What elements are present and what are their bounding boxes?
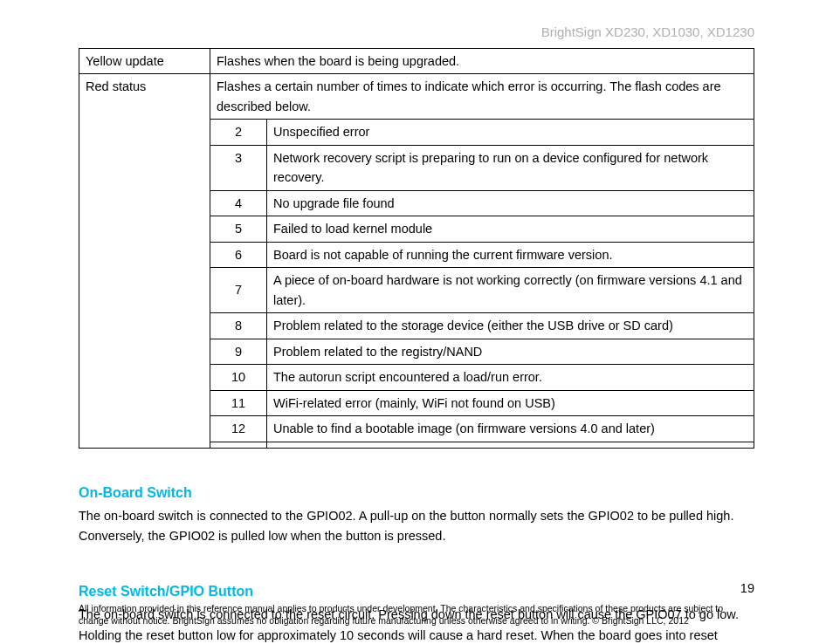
code-num: 6 xyxy=(210,242,267,267)
code-num: 3 xyxy=(210,145,267,190)
code-desc: Problem related to the registry/NAND xyxy=(267,339,754,364)
code-desc: A piece of on-board hardware is not work… xyxy=(267,268,754,313)
code-num: 12 xyxy=(210,416,267,442)
code-desc: Failed to load kernel module xyxy=(267,216,754,242)
code-num: 5 xyxy=(210,216,267,242)
code-num: 10 xyxy=(210,365,267,390)
code-num: 9 xyxy=(210,339,267,364)
section-body: The on-board switch is connected to the … xyxy=(79,506,754,548)
code-desc: The autorun script encountered a load/ru… xyxy=(267,365,754,390)
code-num: 4 xyxy=(210,190,267,216)
code-num: 11 xyxy=(210,390,267,415)
footer-text: All information provided in this referen… xyxy=(79,602,754,627)
code-desc: Unspecified error xyxy=(267,120,754,145)
table-row: Red status Flashes a certain number of t… xyxy=(79,74,754,120)
row-desc: Flashes when the board is being upgraded… xyxy=(210,49,754,74)
code-num: 7 xyxy=(210,268,267,313)
code-num: 8 xyxy=(210,313,267,339)
code-desc: Network recovery script is preparing to … xyxy=(267,145,754,190)
table-row: Yellow update Flashes when the board is … xyxy=(79,49,754,74)
code-desc: Problem related to the storage device (e… xyxy=(267,313,754,339)
row-desc: Flashes a certain number of times to ind… xyxy=(210,74,754,120)
code-num xyxy=(210,442,267,448)
code-desc: No upgrade file found xyxy=(267,190,754,216)
code-desc: Board is not capable of running the curr… xyxy=(267,242,754,267)
status-table: Yellow update Flashes when the board is … xyxy=(79,48,754,449)
header-models: BrightSign XD230, XD1030, XD1230 xyxy=(79,24,754,39)
code-desc: WiFi-related error (mainly, WiFi not fou… xyxy=(267,390,754,415)
code-desc xyxy=(267,442,754,448)
row-name: Yellow update xyxy=(79,49,210,74)
section-heading-reset-switch: Reset Switch/GPIO Button xyxy=(79,584,754,599)
code-num: 2 xyxy=(210,120,267,145)
page-number: 19 xyxy=(740,581,754,595)
code-desc: Unable to find a bootable image (on firm… xyxy=(267,416,754,442)
section-heading-on-board-switch: On-Board Switch xyxy=(79,485,754,501)
row-name: Red status xyxy=(79,74,210,448)
